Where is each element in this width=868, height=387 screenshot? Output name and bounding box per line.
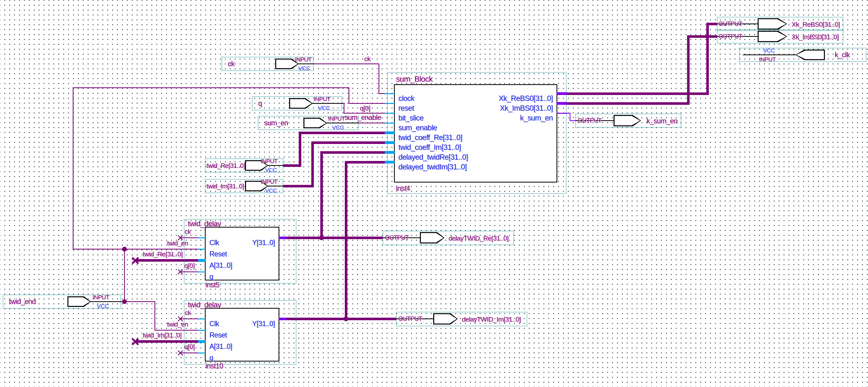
port-stub-delayed-twidre <box>385 151 395 154</box>
schematic-canvas: sum_Block clock reset bit_slice sum_enab… <box>0 0 868 387</box>
wire-twidend-top-h[interactable] <box>73 87 349 88</box>
inst5-port-q: q <box>209 273 213 280</box>
port-stub-xk-rebs0 <box>557 92 567 95</box>
inst10-title: twid_delay <box>188 301 221 309</box>
port-stub-sum-enable <box>385 122 395 124</box>
inst5-instance: inst5 <box>206 281 219 288</box>
pin-io-label: INPUT <box>261 158 277 164</box>
pin-name: delayTWID_Im[31..0] <box>462 316 521 323</box>
pin-rail-label: VCC <box>332 125 344 131</box>
port-stub-xk-imbs0 <box>557 102 567 105</box>
bus-delayre-h[interactable] <box>320 151 385 154</box>
bus-delayim-h[interactable] <box>345 161 385 164</box>
bus-xkre-v[interactable] <box>706 23 709 95</box>
inst5-port-reset: Reset <box>209 250 227 257</box>
inst5-title: twid_delay <box>188 220 221 227</box>
bus-twidre-v1[interactable] <box>299 132 301 167</box>
inst10-stub-reset <box>198 330 206 331</box>
wire-q-v1[interactable] <box>344 103 344 114</box>
port-label-sum-enable: sum_enable <box>398 124 437 132</box>
bus-xkim-h1[interactable] <box>567 102 690 105</box>
net-label-inst5-twid-en[interactable]: twid_en <box>167 240 188 246</box>
unconnected-x-icon <box>177 269 183 275</box>
inst5-port-y: Y[31..0] <box>252 239 275 246</box>
port-label-delayed-twidre: delayed_twidRe[31..0] <box>398 153 468 161</box>
pin-io-label: OUTPUT <box>578 117 601 124</box>
bus-xkim-h2[interactable] <box>687 35 717 38</box>
wire-junction <box>319 236 324 240</box>
pin-io-label: INPUT <box>314 96 330 102</box>
net-label-inst5-q0[interactable]: q[0] <box>184 262 195 269</box>
pin-name: twid_end <box>9 298 36 305</box>
pin-io-label: OUTPUT <box>398 316 422 322</box>
net-label-inst5-twid-re[interactable]: twid_Re[31..0] <box>143 251 183 257</box>
bus-twidim-v1[interactable] <box>311 141 314 187</box>
port-label-clock: clock <box>398 95 414 102</box>
pin-name: q <box>258 100 262 107</box>
wire-twidend-left-v[interactable] <box>73 87 73 249</box>
port-label-xk-imbs0: Xk_ImBS0[31..0] <box>500 104 553 112</box>
wire-sumen-h1[interactable] <box>359 122 385 124</box>
port-stub-clock <box>385 93 395 94</box>
port-stub-twid-coeff-im <box>385 141 395 144</box>
wire-twidend-reset-h[interactable] <box>348 103 385 104</box>
bus-delayre-v[interactable] <box>320 151 323 239</box>
pin-name: delayTWID_Re[31..0] <box>448 235 508 242</box>
inst10-stub-a <box>198 340 206 343</box>
pin-name: ck <box>228 60 235 67</box>
bus-inst10-y[interactable] <box>286 318 396 320</box>
bus-delayim-v[interactable] <box>345 161 347 320</box>
unconnected-x-icon <box>131 256 139 265</box>
wire-ck-h1[interactable] <box>314 64 379 64</box>
bus-twidre-h2[interactable] <box>299 132 385 134</box>
bus-inst5-y[interactable] <box>286 237 383 239</box>
net-label-q0[interactable]: q[0] <box>360 105 370 111</box>
port-stub-bit-slice <box>385 113 395 114</box>
bus-twidim-h2[interactable] <box>311 141 385 144</box>
unconnected-x-icon <box>177 350 183 356</box>
net-label-inst10-ck[interactable]: ck <box>185 310 191 316</box>
pin-name: twid_Im[31..0] <box>207 183 244 189</box>
net-label-ck[interactable]: ck <box>364 56 371 62</box>
port-label-xk-rebs0: Xk_ReBS0[31..0] <box>498 95 553 102</box>
pin-rail-label: VCC <box>265 188 277 194</box>
sum-block-instance: inst4 <box>396 185 410 192</box>
pin-name: k_sum_en <box>647 117 678 125</box>
port-label-twid-coeff-im: twid_coeff_Im[31..0] <box>398 144 461 151</box>
wire-twidend-reset-v[interactable] <box>348 87 349 104</box>
net-label-inst10-twid-im[interactable]: twid_Im[31..0] <box>143 332 182 339</box>
wire-ksumen-v[interactable] <box>570 113 570 121</box>
pin-name: k_clk <box>835 51 850 58</box>
inst5-stub-y <box>279 237 287 239</box>
pin-io-label: OUTPUT <box>718 33 742 39</box>
pin-name: Xk_ImBS0[31..0] <box>792 34 839 40</box>
pin-io-label: OUTPUT <box>385 235 409 241</box>
net-label-inst5-ck[interactable]: ck <box>185 228 191 235</box>
wire-twidend-inst5reset-h[interactable] <box>73 249 198 249</box>
inst10-port-q: q <box>209 354 213 361</box>
inst10-port-y: Y[31..0] <box>252 320 275 327</box>
bus-xkim-v[interactable] <box>687 35 690 105</box>
inst5-port-a: A[31..0] <box>209 262 232 269</box>
wire-twidend-mid-v[interactable] <box>124 249 125 302</box>
inst10-instance: inst10 <box>206 362 223 370</box>
bus-twidim-h1[interactable] <box>283 185 314 187</box>
port-label-reset: reset <box>398 104 414 112</box>
inst5-stub-q <box>198 272 206 273</box>
wire-ck-h2[interactable] <box>378 93 385 94</box>
wire-ck-v1[interactable] <box>378 64 379 94</box>
pin-rail-label: VCC <box>265 167 277 173</box>
pin-io-label: OUTPUT <box>718 21 742 27</box>
bus-xkre-h2[interactable] <box>706 23 717 25</box>
port-label-delayed-twidim: delayed_twidIm[31..0] <box>398 163 467 171</box>
bus-twidre-h1[interactable] <box>283 164 301 167</box>
net-label-inst10-twid-en[interactable]: twid_en <box>167 321 188 327</box>
net-label-inst10-q0[interactable]: q[0] <box>184 343 195 350</box>
inst10-stub-y <box>279 318 287 320</box>
net-label-sum-enable[interactable]: sum_enable <box>345 114 381 121</box>
wire-twidend-drop-v[interactable] <box>154 301 155 330</box>
port-stub-delayed-twidim <box>385 161 395 164</box>
inst10-port-clk: Clk <box>209 320 219 327</box>
pin-name: twid_Re[31..0] <box>207 162 245 169</box>
pin-name: sum_en <box>264 119 288 127</box>
